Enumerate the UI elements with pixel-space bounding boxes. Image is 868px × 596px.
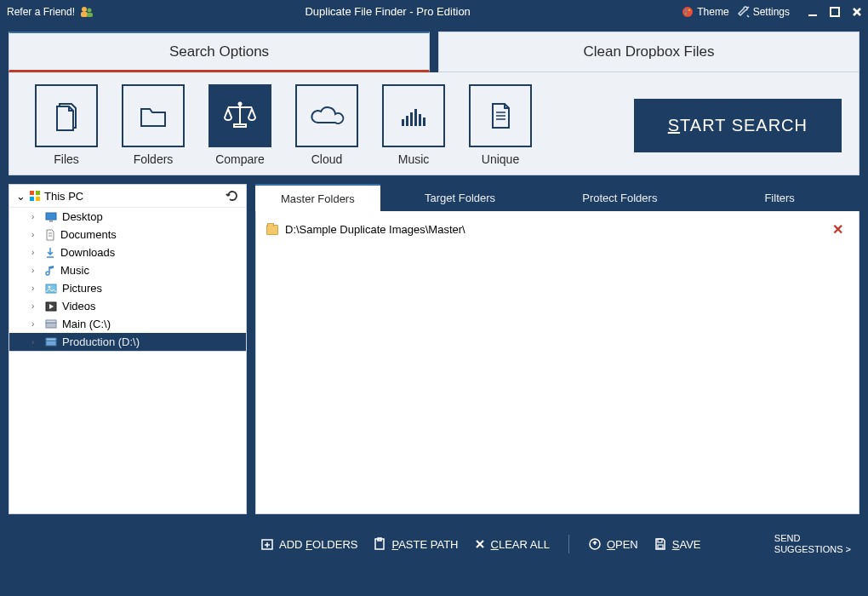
- unique-icon: [482, 97, 519, 135]
- chevron-right-icon: ›: [31, 212, 40, 221]
- refer-friend-link[interactable]: Refer a Friend!: [0, 6, 94, 18]
- folder-list: D:\Sample Duplicate Images\Master\ ✕: [255, 211, 859, 514]
- svg-rect-23: [30, 191, 34, 195]
- category-files-label: Files: [54, 152, 79, 166]
- refer-friend-label: Refer a Friend!: [7, 6, 75, 18]
- chevron-right-icon: ›: [31, 284, 40, 293]
- subtab-target-folders[interactable]: Target Folders: [380, 184, 540, 211]
- svg-rect-38: [46, 338, 56, 341]
- add-folders-button[interactable]: ADD FOLDERS: [260, 537, 357, 551]
- tree-root[interactable]: ⌄ This PC: [9, 185, 246, 208]
- folder-path: D:\Sample Duplicate Images\Master\: [285, 223, 465, 236]
- svg-point-33: [49, 285, 51, 288]
- folder-row[interactable]: D:\Sample Duplicate Images\Master\ ✕: [266, 218, 848, 241]
- tree-item-label: Pictures: [62, 282, 102, 295]
- maximize-button[interactable]: [829, 6, 841, 18]
- folder-icon: [266, 225, 278, 235]
- svg-point-0: [82, 7, 87, 12]
- tree-item-videos[interactable]: ›Videos: [9, 297, 246, 315]
- save-button[interactable]: SAVE: [654, 537, 701, 551]
- open-button[interactable]: OPEN: [588, 537, 638, 551]
- app-title: Duplicate File Finder - Pro Edition: [94, 5, 682, 18]
- subtab-protect-folders[interactable]: Protect Folders: [540, 184, 700, 211]
- drive-icon: [45, 319, 57, 330]
- category-unique[interactable]: Unique: [469, 84, 532, 166]
- suggestions-label: SUGGESTIONS >: [774, 544, 851, 555]
- svg-rect-26: [36, 197, 40, 201]
- svg-point-4: [682, 7, 693, 17]
- tree-item-music[interactable]: ›Music: [9, 261, 246, 279]
- start-search-button[interactable]: START SEARCH: [634, 99, 842, 152]
- svg-rect-16: [410, 112, 413, 126]
- chevron-right-icon: ›: [31, 230, 40, 239]
- category-cloud[interactable]: Cloud: [295, 84, 358, 166]
- svg-rect-25: [30, 197, 34, 201]
- minimize-button[interactable]: [807, 6, 819, 18]
- svg-rect-9: [831, 8, 839, 16]
- settings-button[interactable]: Settings: [738, 6, 790, 18]
- refresh-button[interactable]: [226, 189, 239, 203]
- tree-item-label: Documents: [60, 228, 117, 241]
- clear-all-button[interactable]: CLEAR ALL: [474, 538, 550, 551]
- cloud-icon: [306, 97, 347, 135]
- svg-rect-35: [46, 323, 56, 328]
- music-icon: [395, 97, 432, 135]
- right-panel: Master Folders Target Folders Protect Fo…: [255, 184, 859, 514]
- send-suggestions-button[interactable]: SEND SUGGESTIONS >: [774, 533, 851, 555]
- svg-rect-27: [46, 213, 56, 220]
- close-button[interactable]: [851, 6, 863, 18]
- tree-item-downloads[interactable]: ›Downloads: [9, 244, 246, 261]
- send-label: SEND: [774, 533, 851, 544]
- paste-path-button[interactable]: PASTE PATH: [373, 537, 458, 551]
- action-bar: ADD FOLDERS PASTE PATH CLEAR ALL OPEN SA…: [255, 523, 859, 565]
- svg-rect-28: [49, 221, 53, 222]
- tree-list: ›Desktop ›Documents ›Downloads ›Music ›P…: [9, 208, 246, 351]
- svg-rect-37: [46, 341, 56, 346]
- svg-rect-17: [414, 109, 417, 126]
- drive-icon: [45, 337, 57, 347]
- tab-search-options[interactable]: Search Options: [9, 32, 430, 72]
- svg-rect-19: [423, 117, 425, 126]
- tree-item-drive-d[interactable]: ›Production (D:\): [9, 333, 246, 351]
- category-bar: Files Folders Compare Cloud Music Unique…: [9, 72, 859, 175]
- folders-icon: [134, 97, 172, 135]
- remove-folder-button[interactable]: ✕: [832, 221, 848, 238]
- theme-button[interactable]: Theme: [682, 6, 728, 18]
- tree-item-label: Videos: [62, 300, 96, 312]
- chevron-right-icon: ›: [31, 301, 40, 311]
- open-icon: [588, 537, 602, 551]
- category-music[interactable]: Music: [382, 84, 445, 166]
- subtab-master-folders[interactable]: Master Folders: [255, 184, 380, 211]
- svg-rect-15: [406, 116, 408, 126]
- svg-rect-36: [46, 320, 56, 323]
- tree-item-documents[interactable]: ›Documents: [9, 226, 246, 244]
- compare-icon: [220, 97, 260, 135]
- tree-item-desktop[interactable]: ›Desktop: [9, 208, 246, 226]
- svg-rect-2: [81, 12, 88, 17]
- category-folders[interactable]: Folders: [122, 84, 185, 166]
- tree-item-label: Main (C:\): [62, 318, 111, 330]
- category-cloud-label: Cloud: [311, 152, 343, 166]
- people-icon: [80, 6, 94, 18]
- settings-label: Settings: [753, 6, 790, 18]
- chevron-right-icon: ›: [31, 248, 40, 257]
- tree-item-drive-c[interactable]: ›Main (C:\): [9, 315, 246, 333]
- tree-root-label: This PC: [44, 190, 83, 203]
- category-files[interactable]: Files: [35, 84, 98, 166]
- tab-clean-dropbox[interactable]: Clean Dropbox Files: [438, 32, 859, 72]
- category-compare-label: Compare: [215, 152, 265, 166]
- theme-label: Theme: [697, 6, 728, 18]
- svg-point-6: [688, 9, 690, 10]
- tree-preview-pane: [9, 351, 246, 513]
- category-unique-label: Unique: [482, 152, 519, 166]
- chevron-right-icon: ›: [31, 319, 40, 329]
- tree-item-label: Production (D:\): [62, 335, 140, 348]
- subtab-filters[interactable]: Filters: [700, 184, 859, 211]
- category-compare[interactable]: Compare: [208, 84, 271, 166]
- save-icon: [654, 537, 667, 551]
- windows-icon: [29, 190, 41, 202]
- svg-point-5: [685, 9, 687, 10]
- tree-item-pictures[interactable]: ›Pictures: [9, 279, 246, 297]
- main-tabs: Search Options Clean Dropbox Files: [0, 23, 868, 72]
- chevron-down-icon: ⌄: [16, 190, 26, 203]
